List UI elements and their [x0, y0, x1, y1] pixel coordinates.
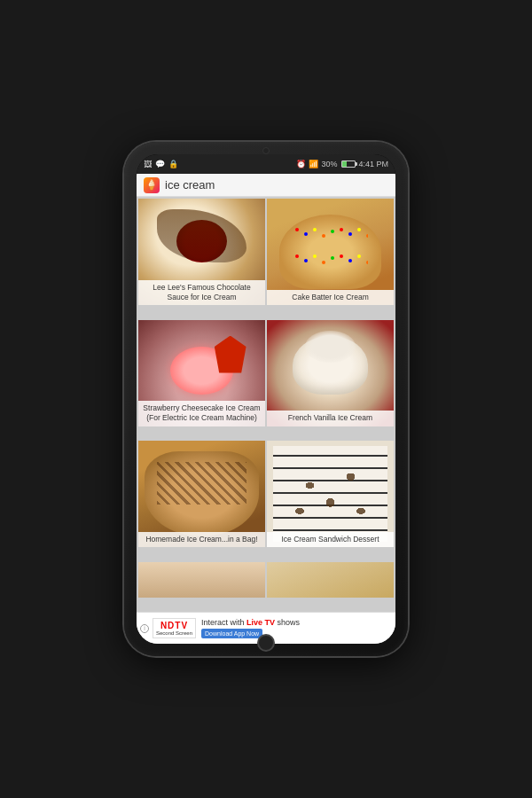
main-content: Lee Lee's Famous Chocolate Sauce for Ice… — [137, 197, 395, 644]
app-header: 🍦 ice cream — [137, 174, 395, 197]
recipe-card-5[interactable]: Homemade Ice Cream...in a Bag! — [138, 441, 265, 547]
ad-live-text: Live TV — [246, 618, 275, 627]
wifi-icon: 📶 — [309, 160, 318, 168]
home-button[interactable] — [257, 634, 275, 652]
recipe-image-8 — [267, 562, 394, 598]
battery-percent: 30% — [321, 160, 337, 168]
recipe-card-2[interactable]: Cake Batter Ice Cream — [267, 199, 394, 305]
phone-screen: 🖼 💬 🔒 ⏰ 📶 30% 4:41 PM 🍦 ice cream — [137, 154, 395, 644]
recipe-card-1[interactable]: Lee Lee's Famous Chocolate Sauce for Ice… — [138, 199, 265, 305]
alarm-icon: ⏰ — [296, 160, 306, 168]
ndtv-brand-text: NDTV — [160, 621, 188, 630]
ad-text-before: Interact with — [201, 618, 246, 627]
download-button[interactable]: Download App Now — [201, 629, 262, 638]
recipe-label-6: Ice Cream Sandwich Dessert — [267, 532, 394, 547]
ad-text-after: shows — [275, 618, 300, 627]
battery-icon — [340, 160, 356, 168]
chat-icon: 💬 — [155, 160, 165, 168]
app-icon: 🍦 — [144, 177, 160, 193]
lock-icon: 🔒 — [168, 160, 178, 168]
status-bar: 🖼 💬 🔒 ⏰ 📶 30% 4:41 PM — [137, 154, 395, 174]
app-title: ice cream — [165, 178, 215, 192]
ad-info-icon: i — [140, 624, 149, 633]
status-left-icons: 🖼 💬 🔒 — [144, 160, 178, 168]
phone-frame: 🖼 💬 🔒 ⏰ 📶 30% 4:41 PM 🍦 ice cream — [124, 142, 408, 656]
recipe-label-3: Strawberry Cheesecake Ice Cream (For Ele… — [138, 401, 265, 426]
status-right-icons: ⏰ 📶 30% 4:41 PM — [296, 160, 388, 168]
recipe-label-2: Cake Batter Ice Cream — [267, 290, 394, 305]
time-display: 4:41 PM — [358, 160, 388, 168]
ndtv-sub-text: Second Screen — [156, 630, 192, 636]
recipe-card-6[interactable]: Ice Cream Sandwich Dessert — [267, 441, 394, 547]
image-icon: 🖼 — [144, 160, 152, 168]
recipe-card-7-partial[interactable] — [138, 562, 265, 598]
recipe-card-3[interactable]: Strawberry Cheesecake Ice Cream (For Ele… — [138, 320, 265, 426]
recipe-label-5: Homemade Ice Cream...in a Bag! — [138, 532, 265, 547]
camera — [262, 147, 270, 154]
ndtv-logo: NDTV Second Screen — [153, 618, 196, 638]
ad-description: Interact with Live TV shows Download App… — [201, 618, 388, 638]
app-icon-emoji: 🍦 — [145, 179, 158, 191]
recipe-image-7 — [138, 562, 265, 598]
recipe-card-8-partial[interactable] — [267, 562, 394, 598]
recipe-card-4[interactable]: French Vanilla Ice Cream — [267, 320, 394, 426]
recipe-label-4: French Vanilla Ice Cream — [267, 411, 394, 426]
recipe-label-1: Lee Lee's Famous Chocolate Sauce for Ice… — [138, 280, 265, 305]
recipes-grid: Lee Lee's Famous Chocolate Sauce for Ice… — [137, 197, 395, 612]
